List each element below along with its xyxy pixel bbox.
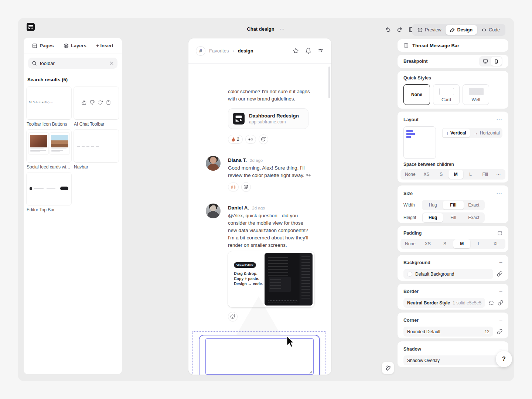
width-options: Hug Fill Exact [422, 200, 485, 210]
space-option[interactable]: M [449, 170, 463, 179]
message-text: @Alex, quick question - did you [228, 212, 298, 219]
help-button[interactable]: ? [496, 351, 512, 367]
layout-more-icon[interactable]: ⋯ [496, 116, 502, 123]
corner-token-row[interactable]: Rounded Default 12 [403, 327, 493, 337]
message-text: render on smaller screens. [228, 242, 287, 249]
breakpoint-desktop-button[interactable] [480, 57, 491, 66]
quick-style-well[interactable]: Well [463, 84, 489, 105]
search-results-grid: B I S ⊘ ≡ ≄ ⊞ ◇ ⋯ Toolbar Icon Buttons A… [24, 87, 122, 212]
clipboard-icon [106, 100, 111, 105]
border-sides-icon[interactable] [489, 300, 494, 306]
list-item[interactable]: AI Chat Toolbar [74, 87, 119, 127]
height-hug[interactable]: Hug [423, 213, 443, 222]
fire-reaction-pill[interactable]: 2 [228, 135, 243, 144]
layout-preview [403, 126, 436, 159]
padding-option[interactable]: S [436, 239, 453, 248]
link-token-icon[interactable] [498, 300, 503, 306]
chat-messages: color scheme? I'm not sure if it aligns … [188, 64, 331, 375]
width-hug[interactable]: Hug [423, 201, 443, 209]
breadcrumb-parent[interactable]: Favorites [209, 48, 229, 54]
message-input[interactable] [205, 338, 314, 375]
list-item[interactable]: Editor Top Bar [27, 173, 71, 212]
breadcrumb-current[interactable]: design [238, 48, 253, 54]
message-text: color scheme? I'm not sure if it aligns [228, 88, 310, 95]
magic-wand-button[interactable] [382, 362, 394, 374]
list-item[interactable]: Navbar [74, 130, 119, 170]
list-item[interactable]: B I S ⊘ ≡ ≄ ⊞ ◇ ⋯ Toolbar Icon Buttons [27, 87, 71, 127]
link-token-icon[interactable] [497, 329, 502, 334]
component-title: Thread Message Bar [412, 43, 459, 48]
height-fill[interactable]: Fill [443, 213, 463, 222]
channel-hash-icon: # [196, 46, 205, 56]
clear-search-icon[interactable] [109, 61, 114, 65]
result-thumbnail-toolbar-icon-buttons[interactable]: B I S ⊘ ≡ ≄ ⊞ ◇ ⋯ [27, 87, 71, 119]
channel-header: # Favorites › design [188, 38, 331, 63]
space-option[interactable]: Fill [478, 170, 492, 179]
padding-option[interactable]: M [453, 239, 470, 248]
width-fill[interactable]: Fill [443, 201, 463, 209]
star-icon[interactable] [293, 48, 299, 54]
border-token-row[interactable]: Neutral Border Style 1 solid e5e5e5 [403, 298, 485, 308]
link-title: Dashboard Redesign [249, 113, 299, 119]
quick-style-card[interactable]: Card [433, 84, 460, 105]
space-option[interactable]: None [401, 170, 419, 179]
eyes-reaction-pill[interactable] [245, 135, 256, 144]
padding-section: Padding None XS S M L XL [398, 226, 508, 252]
size-more-icon[interactable]: ⋯ [496, 190, 502, 197]
chat-scrollbar[interactable] [328, 66, 330, 98]
tab-insert[interactable]: + Insert [96, 43, 113, 48]
width-exact[interactable]: Exact [464, 201, 484, 209]
padding-sides-icon[interactable] [497, 231, 502, 236]
direction-vertical-button[interactable]: ↓Vertical [443, 129, 470, 137]
undo-button[interactable] [383, 25, 392, 34]
padding-option[interactable]: None [401, 239, 419, 248]
raised-hands-reaction-pill[interactable] [228, 183, 239, 191]
visual-editor-badge: Visual Editor [234, 262, 256, 268]
tab-layers[interactable]: Layers [64, 43, 86, 48]
list-item[interactable]: Social feed cards with... [27, 130, 71, 170]
space-option[interactable]: S [434, 170, 449, 179]
link-token-icon[interactable] [497, 271, 502, 277]
breakpoint-mobile-button[interactable] [491, 57, 502, 66]
collapse-icon[interactable]: − [499, 259, 502, 266]
title-menu-icon[interactable]: ⋯ [280, 26, 285, 32]
message-header: Diana T.2d ago [228, 157, 263, 164]
height-exact[interactable]: Exact [464, 213, 484, 222]
tab-pages[interactable]: Pages [32, 43, 54, 48]
padding-option[interactable]: L [470, 239, 487, 248]
reactions-row: 2 [228, 134, 268, 144]
padding-option[interactable]: XS [419, 239, 436, 248]
redo-button[interactable] [395, 25, 404, 34]
quick-style-none[interactable]: None [403, 84, 430, 105]
tab-code[interactable]: Code [477, 25, 504, 35]
padding-option[interactable]: XL [488, 239, 505, 248]
background-token-row[interactable]: Default Background [403, 269, 493, 279]
app-window: Chat design ⋯ Preview Design Code [18, 18, 514, 381]
direction-horizontal-button[interactable]: →Horizontal [470, 129, 504, 137]
collapse-icon[interactable]: − [499, 317, 502, 324]
avatar[interactable] [206, 156, 221, 171]
space-option[interactable]: XS [419, 170, 434, 179]
shadow-token-row[interactable]: Shadow Overlay [403, 355, 502, 365]
avatar[interactable] [206, 204, 221, 218]
add-reaction-button[interactable] [241, 182, 251, 192]
tab-design[interactable]: Design [446, 25, 477, 35]
result-thumbnail-ai-chat-toolbar[interactable] [74, 87, 119, 119]
breadcrumb-chevron-icon: › [232, 48, 234, 54]
search-icon [32, 61, 37, 66]
add-reaction-button[interactable] [259, 134, 268, 144]
result-thumbnail-navbar[interactable] [74, 130, 119, 162]
search-input[interactable]: toolbar [28, 58, 117, 69]
resize-handle-icon[interactable] [309, 371, 312, 374]
filter-sliders-icon[interactable] [318, 48, 324, 54]
result-thumbnail-editor-top-bar[interactable] [27, 173, 71, 205]
bell-icon[interactable] [305, 48, 311, 54]
space-option[interactable]: L [463, 170, 478, 179]
fire-icon [231, 137, 235, 142]
collapse-icon[interactable]: − [499, 288, 502, 295]
result-thumbnail-social-feed-cards[interactable] [27, 130, 71, 162]
thread-message-bar-component[interactable]: @ [199, 335, 320, 375]
space-more-icon[interactable]: ⋯ [492, 170, 505, 179]
link-preview-card[interactable]: Dashboard Redesign app.subframe.com [228, 108, 308, 129]
tab-preview[interactable]: Preview [413, 25, 446, 35]
